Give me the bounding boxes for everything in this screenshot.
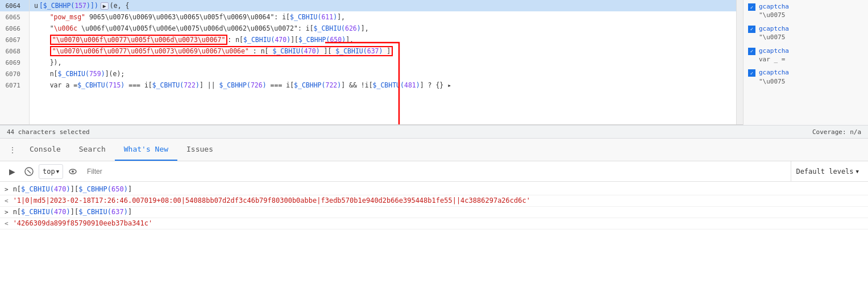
right-panel-item-1: ✓ gcaptcha "\u0075	[748, 2, 863, 20]
context-label: top	[43, 168, 55, 176]
code-line-6065: "pow_msg" 9065\u0076\u0069\u0063\u0065\u…	[30, 11, 736, 23]
code-line-6071: var a = $_CBHTU(715) === i[ $_CBHTU(722)…	[30, 80, 736, 91]
gcaptcha-label-4: gcaptcha	[759, 68, 789, 77]
code-line-6066: " \u006c \u006f\u0074\u005f\u006e\u0075\…	[30, 23, 736, 34]
line-num: 6064	[0, 2, 25, 10]
svg-line-1	[27, 170, 31, 173]
default-levels-label: Default levels	[796, 168, 853, 176]
console-line-2: < '1|0|md5|2023-02-18T17:26:46.007019+08…	[0, 195, 868, 207]
checkbox-2[interactable]: ✓	[748, 26, 755, 33]
dropdown-arrow: ▼	[56, 169, 59, 174]
main-layout: 6064 6065 6066 6067 6068 6069 60	[0, 0, 868, 284]
line-row: 6067	[0, 34, 29, 45]
selection-status: 44 characters selected	[7, 128, 90, 136]
line-num: 6068	[0, 48, 25, 55]
result-arrow-4: <	[5, 220, 9, 227]
checkbox-4[interactable]: ✓	[748, 69, 755, 77]
line-row: 6071	[0, 80, 29, 91]
tabs-bar: ⋮ Console Search What's New Issues	[0, 139, 868, 161]
context-selector[interactable]: top ▼	[39, 164, 63, 179]
code-line-6069: }),	[30, 57, 736, 68]
gcaptcha-label-1: gcaptcha	[759, 2, 789, 11]
line-row: 6064	[0, 0, 29, 11]
right-panel: ✓ gcaptcha "\u0075 ✓ gcaptcha "\u0075 ✓ …	[743, 0, 868, 125]
line-num: 6065	[0, 14, 25, 21]
execute-button[interactable]: ▶	[5, 164, 19, 179]
right-panel-item-2: ✓ gcaptcha "\u0075	[748, 24, 863, 42]
tab-whats-new[interactable]: What's New	[115, 139, 177, 161]
right-panel-item-4: ✓ gcaptcha "\u0075	[748, 68, 863, 86]
console-area: > n[$_CBHIU(470)][$_CBHHP(650)] < '1|0|m…	[0, 182, 868, 284]
tab-search[interactable]: Search	[70, 139, 115, 161]
levels-dropdown-arrow: ▼	[856, 169, 859, 174]
default-levels-selector[interactable]: Default levels ▼	[791, 161, 863, 181]
line-row: 6068	[0, 45, 29, 57]
code-line-6067: "\u0070\u006f\u0077\u005f\u006d\u0073\u0…	[30, 34, 736, 45]
expand-arrow-3[interactable]: >	[5, 208, 9, 216]
code-lines: u [$_CBHHP(157)]) ▶ (e, { "pow_msg" 9065…	[30, 0, 736, 91]
line-row: 6066	[0, 23, 29, 34]
coverage-status: Coverage: n/a	[812, 128, 861, 136]
line-num: 6067	[0, 36, 25, 44]
console-toolbar: ▶ top ▼ Default levels ▼	[0, 161, 868, 182]
line-num: 6070	[0, 70, 25, 78]
console-line-4: < '4266309da899f85790910eeb37ba341c'	[0, 218, 868, 229]
gcaptcha-sub-2: "\u0075	[759, 33, 789, 41]
gcaptcha-sub-4: "\u0075	[759, 77, 789, 86]
console-line-1: > n[$_CBHIU(470)][$_CBHHP(650)]	[0, 184, 868, 195]
result-arrow-2: <	[5, 197, 9, 204]
svg-point-3	[72, 170, 74, 173]
console-text-3: n[$_CBHIU(470)][$_CBHIU(637)]	[13, 208, 863, 216]
line-num: 6066	[0, 25, 25, 32]
scrollbar[interactable]	[736, 0, 743, 124]
line-row: 6069	[0, 57, 29, 68]
console-text-1: n[$_CBHIU(470)][$_CBHHP(650)]	[13, 185, 863, 193]
checkbox-1[interactable]: ✓	[748, 3, 755, 11]
gcaptcha-sub-3: var _ =	[759, 55, 789, 64]
tab-issues[interactable]: Issues	[177, 139, 222, 161]
tab-console[interactable]: Console	[20, 139, 70, 161]
filter-input[interactable]	[82, 166, 788, 177]
eye-button[interactable]	[65, 164, 80, 179]
right-panel-item-3: ✓ gcaptcha var _ =	[748, 47, 863, 64]
clear-button[interactable]	[22, 164, 36, 179]
expand-arrow-1[interactable]: >	[5, 186, 9, 193]
editor-row: 6064 6065 6066 6067 6068 6069 60	[0, 0, 868, 125]
console-text-4: '4266309da899f85790910eeb37ba341c'	[13, 219, 863, 227]
line-num: 6071	[0, 82, 25, 89]
code-line-6064: u [$_CBHHP(157)]) ▶ (e, {	[30, 0, 736, 11]
code-editor: 6064 6065 6066 6067 6068 6069 60	[0, 0, 743, 125]
line-numbers: 6064 6065 6066 6067 6068 6069 60	[0, 0, 30, 124]
checkbox-3[interactable]: ✓	[748, 48, 755, 55]
tab-menu-dots[interactable]: ⋮	[5, 139, 20, 161]
code-content[interactable]: u [$_CBHHP(157)]) ▶ (e, { "pow_msg" 9065…	[30, 0, 736, 124]
line-row: 6070	[0, 68, 29, 80]
console-output: > n[$_CBHIU(470)][$_CBHHP(650)] < '1|0|m…	[0, 182, 868, 284]
console-text-2: '1|0|md5|2023-02-18T17:26:46.007019+08:0…	[13, 197, 863, 204]
console-line-3: > n[$_CBHIU(470)][$_CBHIU(637)]	[0, 207, 868, 218]
gcaptcha-label-3: gcaptcha	[759, 47, 789, 55]
gcaptcha-sub-1: "\u0075	[759, 11, 789, 19]
line-row: 6065	[0, 11, 29, 23]
code-line-6070: n[ $_CBHIU(759) ](e);	[30, 68, 736, 80]
line-num: 6069	[0, 59, 25, 66]
code-line-6068: "\u0070\u006f\u0077\u005f\u0073\u0069\u0…	[30, 45, 736, 57]
gcaptcha-label-2: gcaptcha	[759, 24, 789, 33]
status-bar: 44 characters selected Coverage: n/a	[0, 125, 868, 139]
